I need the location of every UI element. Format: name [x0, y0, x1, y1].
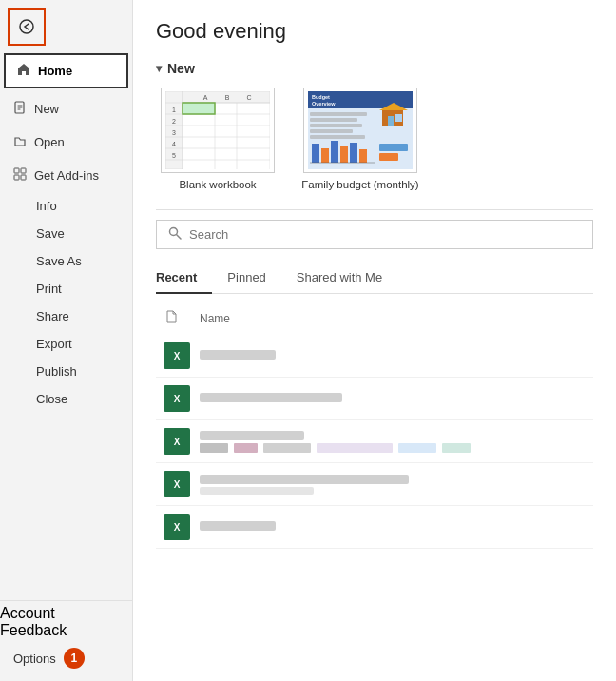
sidebar: Home New Open Get Add-ins [0, 0, 133, 681]
svg-rect-49 [379, 153, 398, 161]
blank-thumb: A B C 1 2 3 4 5 [161, 88, 275, 173]
color-block [234, 443, 258, 453]
share-label: Share [36, 309, 69, 323]
export-label: Export [36, 337, 72, 351]
file-row[interactable]: X [156, 378, 593, 420]
excel-icon: X [164, 385, 190, 412]
file-name-blur [200, 350, 276, 360]
open-icon [13, 134, 27, 150]
file-row[interactable]: X [156, 420, 593, 463]
svg-text:C: C [246, 94, 251, 101]
budget-label: Family budget (monthly) [301, 179, 418, 190]
file-name-blur [200, 521, 276, 531]
file-row[interactable]: X [156, 335, 593, 378]
file-icon-col-header [164, 309, 190, 327]
publish-label: Publish [36, 364, 77, 379]
file-name-col [200, 350, 586, 362]
blank-workbook-svg: A B C 1 2 3 4 5 [165, 91, 270, 169]
name-column-header: Name [200, 312, 230, 325]
svg-text:B: B [225, 94, 230, 101]
file-row[interactable]: X [156, 463, 593, 506]
color-block [200, 443, 228, 453]
svg-rect-3 [21, 168, 26, 173]
sidebar-item-share[interactable]: Share [27, 302, 132, 330]
sidebar-submenu: Info Save Save As Print Share Export Pub… [0, 192, 132, 413]
file-name-col [200, 475, 586, 495]
sidebar-item-close[interactable]: Close [27, 385, 132, 413]
sidebar-item-export[interactable]: Export [27, 330, 132, 358]
sidebar-item-save[interactable]: Save [27, 220, 132, 247]
feedback-label: Feedback [0, 622, 67, 638]
budget-thumb: Budget Overview [303, 88, 417, 173]
sidebar-item-home[interactable]: Home [4, 53, 128, 88]
account-label: Account [0, 605, 55, 621]
new-section-header[interactable]: ▾ New [156, 61, 593, 76]
sidebar-item-publish[interactable]: Publish [27, 358, 132, 385]
template-budget[interactable]: Budget Overview [298, 88, 422, 190]
back-icon [19, 19, 34, 34]
svg-rect-45 [350, 143, 357, 163]
sidebar-item-new[interactable]: New [0, 92, 132, 126]
excel-icon: X [164, 471, 190, 497]
sidebar-item-save-as[interactable]: Save As [27, 247, 132, 275]
file-name-blur [200, 475, 409, 484]
svg-text:A: A [203, 94, 208, 101]
greeting-text: Good evening [156, 19, 593, 44]
excel-icon: X [164, 514, 190, 540]
sidebar-item-addins[interactable]: Get Add-ins [0, 159, 132, 192]
tab-pinned[interactable]: Pinned [227, 263, 280, 293]
svg-rect-5 [21, 175, 26, 180]
svg-rect-38 [310, 124, 362, 127]
file-name-blur [200, 393, 342, 402]
addins-label: Get Add-ins [34, 168, 99, 183]
save-as-label: Save As [36, 254, 82, 268]
new-icon [13, 101, 27, 117]
file-meta-blur [200, 487, 314, 495]
print-label: Print [36, 282, 62, 296]
home-label: Home [38, 64, 72, 78]
svg-rect-36 [310, 112, 367, 116]
divider [156, 209, 593, 210]
color-block [317, 443, 393, 453]
svg-rect-37 [310, 118, 357, 122]
svg-line-51 [177, 235, 182, 240]
new-section-label: New [167, 61, 195, 76]
svg-rect-39 [310, 129, 353, 133]
file-col-icon [164, 314, 179, 327]
sidebar-item-account[interactable]: Account [0, 605, 132, 622]
color-block [263, 443, 311, 453]
templates-row: A B C 1 2 3 4 5 [156, 88, 593, 190]
sidebar-item-open[interactable]: Open [0, 126, 132, 159]
svg-rect-46 [359, 149, 367, 163]
svg-text:4: 4 [172, 141, 176, 147]
template-blank[interactable]: A B C 1 2 3 4 5 [156, 88, 279, 190]
tabs-row: Recent Pinned Shared with Me [156, 263, 593, 294]
svg-text:Budget: Budget [312, 94, 330, 100]
svg-point-0 [20, 20, 33, 33]
sidebar-item-feedback[interactable]: Feedback [0, 622, 132, 639]
file-name-blur [200, 431, 304, 440]
svg-rect-4 [14, 175, 19, 180]
back-button[interactable] [8, 8, 46, 46]
svg-rect-42 [321, 148, 329, 163]
excel-icon: X [164, 428, 190, 455]
sidebar-item-info[interactable]: Info [27, 192, 132, 220]
file-name-col [200, 393, 586, 405]
file-row[interactable]: X [156, 506, 593, 549]
blank-label: Blank workbook [179, 179, 256, 190]
svg-rect-43 [331, 141, 338, 163]
search-input[interactable] [189, 227, 581, 242]
save-label: Save [36, 226, 65, 241]
tab-recent[interactable]: Recent [156, 263, 212, 294]
sidebar-item-print[interactable]: Print [27, 275, 132, 302]
open-label: Open [34, 135, 65, 149]
svg-rect-48 [379, 144, 408, 151]
search-icon [168, 226, 182, 243]
tab-shared[interactable]: Shared with Me [297, 263, 397, 293]
excel-icon: X [164, 342, 190, 369]
sidebar-bottom: Account Feedback Options 1 [0, 600, 132, 681]
svg-text:1: 1 [172, 107, 176, 113]
search-box[interactable] [156, 220, 593, 249]
sidebar-item-options[interactable]: Options 1 [0, 639, 132, 677]
options-label: Options [13, 652, 56, 666]
